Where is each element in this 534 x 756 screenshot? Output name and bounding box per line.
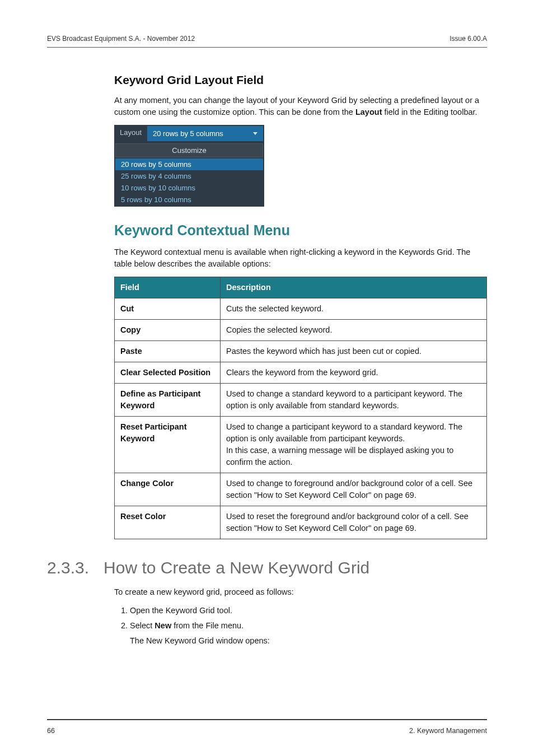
footer-rule: [47, 719, 487, 720]
table-row: Clear Selected Position Clears the keywo…: [115, 362, 487, 384]
page-number: 66: [47, 727, 55, 735]
cell-field: Copy: [115, 320, 221, 341]
step-subtext: The New Keyword Grid window opens:: [130, 635, 487, 647]
list-item: Select New from the File menu.: [130, 620, 487, 632]
layout-label: Layout: [114, 125, 147, 142]
section-heading-row: 2.3.3. How to Create a New Keyword Grid: [47, 558, 487, 577]
cell-field: Clear Selected Position: [115, 362, 221, 384]
cell-desc: Cuts the selected keyword.: [221, 298, 487, 320]
heading-contextual-menu: Keyword Contextual Menu: [114, 222, 487, 239]
page: EVS Broadcast Equipment S.A. - November …: [0, 0, 534, 756]
cell-desc: Used to change a participant keyword to …: [221, 417, 487, 473]
content: Keyword Grid Layout Field At any moment,…: [114, 73, 487, 647]
heading-layout-field: Keyword Grid Layout Field: [114, 73, 487, 87]
cell-desc: Used to change a standard keyword to a p…: [221, 384, 487, 417]
paragraph-layout-intro: At any moment, you can change the layout…: [114, 95, 487, 118]
cell-desc: Used to change to foreground and/or back…: [221, 473, 487, 506]
table-header-row: Field Description: [115, 277, 487, 298]
layout-option[interactable]: 5 rows by 10 columns: [115, 194, 263, 206]
layout-dropdown: Layout 20 rows by 5 columns Customize 20…: [114, 125, 264, 207]
col-field: Field: [115, 277, 221, 298]
layout-selected-text: 20 rows by 5 columns: [153, 129, 223, 138]
section-number: 2.3.3.: [47, 558, 89, 577]
running-head: EVS Broadcast Equipment S.A. - November …: [47, 35, 487, 43]
context-menu-table: Field Description Cut Cuts the selected …: [114, 277, 487, 539]
layout-selected[interactable]: 20 rows by 5 columns: [147, 126, 263, 141]
section-title: How to Create a New Keyword Grid: [104, 558, 369, 577]
layout-top-row: Layout 20 rows by 5 columns: [114, 125, 264, 142]
step-text: Open the Keyword Grid tool.: [130, 606, 232, 615]
running-right: Issue 6.00.A: [449, 35, 487, 43]
step-text: Select: [130, 621, 154, 630]
text-bold-layout: Layout: [355, 108, 382, 116]
paragraph-create-intro: To create a new keyword grid, proceed as…: [114, 586, 487, 598]
chevron-down-icon: [253, 132, 257, 135]
list-item: Open the Keyword Grid tool.: [130, 605, 487, 617]
layout-list: Customize 20 rows by 5 columns 25 rows b…: [114, 142, 264, 207]
layout-option[interactable]: 25 rows by 4 columns: [115, 170, 263, 182]
table-row: Define as Participant Keyword Used to ch…: [115, 384, 487, 417]
layout-items: 20 rows by 5 columns 25 rows by 4 column…: [115, 158, 263, 206]
cell-field: Cut: [115, 298, 221, 320]
cell-field: Change Color: [115, 473, 221, 506]
cell-field: Reset Color: [115, 506, 221, 539]
layout-option[interactable]: 10 rows by 10 columns: [115, 182, 263, 194]
table-row: Reset Participant Keyword Used to change…: [115, 417, 487, 473]
running-left: EVS Broadcast Equipment S.A. - November …: [47, 35, 195, 43]
step-text: from the File menu.: [171, 621, 243, 630]
text-bold-new: New: [154, 621, 171, 630]
table-row: Cut Cuts the selected keyword.: [115, 298, 487, 320]
steps-list: Open the Keyword Grid tool. Select New f…: [114, 605, 487, 632]
table-row: Paste Pastes the keyword which has just …: [115, 341, 487, 362]
cell-desc: Pastes the keyword which has just been c…: [221, 341, 487, 362]
text: field in the Editing toolbar.: [382, 108, 477, 116]
cell-desc: Used to reset the foreground and/or back…: [221, 506, 487, 539]
layout-option[interactable]: 20 rows by 5 columns: [115, 158, 263, 170]
table-row: Change Color Used to change to foregroun…: [115, 473, 487, 506]
cell-field: Define as Participant Keyword: [115, 384, 221, 417]
footer-chapter: 2. Keyword Management: [409, 727, 487, 735]
cell-desc: Copies the selected keyword.: [221, 320, 487, 341]
cell-field: Paste: [115, 341, 221, 362]
header-rule: [47, 47, 487, 48]
table-row: Copy Copies the selected keyword.: [115, 320, 487, 341]
layout-customize-option[interactable]: Customize: [115, 143, 263, 157]
paragraph-context-intro: The Keyword contextual menu is available…: [114, 246, 487, 270]
cell-desc: Clears the keyword from the keyword grid…: [221, 362, 487, 384]
col-description: Description: [221, 277, 487, 298]
table-row: Reset Color Used to reset the foreground…: [115, 506, 487, 539]
cell-field: Reset Participant Keyword: [115, 417, 221, 473]
footer: 66 2. Keyword Management: [47, 727, 487, 735]
